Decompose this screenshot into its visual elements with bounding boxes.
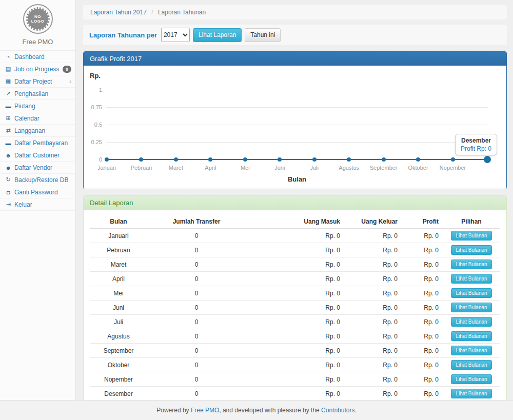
- data-point-april[interactable]: [208, 157, 212, 162]
- sidebar-item-piutang[interactable]: ▬Piutang: [0, 100, 75, 112]
- sidebar-item-backup-restore-db[interactable]: ↻Backup/Restore DB: [0, 174, 75, 186]
- sidebar-item-ganti-password[interactable]: ◘Ganti Password: [0, 186, 75, 198]
- cell-bulan: Januari: [90, 229, 147, 243]
- data-point-januari[interactable]: [105, 157, 109, 162]
- view-monthly-button-agustus[interactable]: Lihat Bulanan: [451, 331, 491, 341]
- y-tick-label: 1: [84, 87, 102, 93]
- footer: Powered by Free PMO, and developed with …: [0, 400, 513, 420]
- data-point-nopember[interactable]: [451, 157, 455, 162]
- column-header-pilihan: Pilihan: [443, 215, 500, 229]
- sidebar-item-job-on-progress[interactable]: ▤Job on Progress0: [0, 63, 75, 75]
- footer-link-contributors[interactable]: Contributors.: [321, 407, 357, 414]
- cell-pilihan: Lihat Bulanan: [443, 344, 500, 358]
- cell-uang-keluar: Rp. 0: [344, 272, 402, 286]
- sidebar-item-daftar-customer[interactable]: ☻Daftar Customer: [0, 149, 75, 162]
- chevron-left-icon: ‹: [69, 78, 71, 85]
- year-select[interactable]: 2017: [161, 28, 190, 42]
- data-point-maret[interactable]: [174, 157, 178, 162]
- cell-uang-keluar: Rp. 0: [344, 243, 402, 257]
- sidebar-item-dashboard[interactable]: ◔Dashboard: [0, 51, 75, 63]
- cell-profit: Rp. 0: [402, 315, 443, 329]
- chart-tooltip: Desember Profit Rp: 0: [455, 134, 497, 155]
- sidebar-item-daftar-project[interactable]: ▦Daftar Project‹: [0, 75, 75, 88]
- table-row-april: April0Rp. 0Rp. 0Rp. 0Lihat Bulanan: [90, 272, 500, 286]
- view-monthly-button-mei[interactable]: Lihat Bulanan: [451, 288, 491, 298]
- view-monthly-button-nopember[interactable]: Lihat Bulanan: [451, 374, 491, 384]
- data-point-september[interactable]: [382, 157, 386, 162]
- cell-uang-masuk: Rp. 0: [246, 286, 344, 301]
- cell-bulan: Mei: [90, 286, 147, 301]
- footer-link-freepmo[interactable]: Free PMO: [191, 407, 219, 414]
- sidebar-item-penghasilan[interactable]: ↗Penghasilan: [0, 88, 75, 100]
- view-monthly-button-maret[interactable]: Lihat Bulanan: [451, 259, 491, 269]
- sidebar-item-langganan[interactable]: ⇄Langganan: [0, 125, 75, 137]
- cell-pilihan: Lihat Bulanan: [443, 257, 500, 272]
- cell-uang-keluar: Rp. 0: [344, 229, 402, 243]
- cell-jumlah-transfer: 0: [147, 358, 246, 372]
- cell-pilihan: Lihat Bulanan: [443, 372, 500, 387]
- data-point-agustus[interactable]: [347, 157, 351, 162]
- chart-body: Rp. Desember Profit Rp: 0 Bulan 00.250.5…: [84, 66, 506, 189]
- view-monthly-button-desember[interactable]: Lihat Bulanan: [451, 389, 491, 398]
- cell-pilihan: Lihat Bulanan: [443, 329, 500, 344]
- data-point-desember[interactable]: [484, 156, 491, 163]
- job-count-badge: 0: [63, 66, 71, 73]
- cell-profit: Rp. 0: [402, 301, 443, 315]
- data-point-juni[interactable]: [278, 157, 282, 162]
- profit-chart-panel: Grafik Profit 2017 Rp. Desember Profit R…: [83, 51, 507, 189]
- table-row-maret: Maret0Rp. 0Rp. 0Rp. 0Lihat Bulanan: [90, 257, 500, 272]
- view-monthly-button-januari[interactable]: Lihat Bulanan: [451, 231, 491, 241]
- view-monthly-button-juni[interactable]: Lihat Bulanan: [451, 303, 491, 312]
- cell-jumlah-transfer: 0: [147, 315, 246, 329]
- y-tick-label: 0.5: [84, 122, 102, 128]
- sidebar-item-daftar-pembayaran[interactable]: ▬Daftar Pembayaran: [0, 137, 75, 149]
- this-year-button[interactable]: Tahun ini: [245, 28, 281, 42]
- cell-jumlah-transfer: 0: [147, 372, 246, 387]
- cell-uang-keluar: Rp. 0: [344, 286, 402, 301]
- view-monthly-button-oktober[interactable]: Lihat Bulanan: [451, 360, 491, 370]
- data-point-mei[interactable]: [243, 157, 247, 162]
- money-icon: ▬: [4, 140, 12, 146]
- dashboard-icon: ◔: [4, 54, 12, 60]
- chart-x-axis-label: Bulan: [106, 175, 488, 183]
- table-row-juni: Juni0Rp. 0Rp. 0Rp. 0Lihat Bulanan: [90, 301, 500, 315]
- cell-bulan: Desember: [90, 387, 147, 401]
- cell-uang-masuk: Rp. 0: [246, 329, 344, 344]
- cell-uang-keluar: Rp. 0: [344, 257, 402, 272]
- cell-profit: Rp. 0: [402, 229, 443, 243]
- cell-uang-masuk: Rp. 0: [246, 272, 344, 286]
- sidebar-item-label: Daftar Pembayaran: [14, 139, 68, 147]
- cell-jumlah-transfer: 0: [147, 272, 246, 286]
- cell-profit: Rp. 0: [402, 372, 443, 387]
- page: { "sidebar": { "logo": { "line1": "NO", …: [0, 0, 513, 420]
- cell-jumlah-transfer: 0: [147, 243, 246, 257]
- table-row-desember: Desember0Rp. 0Rp. 0Rp. 0Lihat Bulanan: [90, 387, 500, 401]
- cell-jumlah-transfer: 0: [147, 387, 246, 401]
- cell-bulan: Juni: [90, 301, 147, 315]
- cell-bulan: Juli: [90, 315, 147, 329]
- sidebar-item-calendar[interactable]: ⊞Calendar: [0, 112, 75, 125]
- cell-uang-keluar: Rp. 0: [344, 372, 402, 387]
- view-report-button[interactable]: Lihat Laporan: [193, 28, 242, 42]
- cell-uang-keluar: Rp. 0: [344, 344, 402, 358]
- table-row-mei: Mei0Rp. 0Rp. 0Rp. 0Lihat Bulanan: [90, 286, 500, 301]
- sidebar-item-daftar-vendor[interactable]: ☻Daftar Vendor: [0, 162, 75, 174]
- cell-pilihan: Lihat Bulanan: [443, 272, 500, 286]
- sidebar-item-keluar[interactable]: ⇥Keluar: [0, 198, 75, 211]
- view-monthly-button-april[interactable]: Lihat Bulanan: [451, 274, 491, 284]
- data-point-juli[interactable]: [312, 157, 317, 162]
- data-point-pebruari[interactable]: [139, 157, 143, 162]
- gridline: [106, 90, 488, 90]
- breadcrumb-link[interactable]: Laporan Tahun 2017: [90, 9, 147, 16]
- money-icon: ▬: [4, 103, 12, 109]
- data-point-oktober[interactable]: [416, 157, 420, 162]
- cell-jumlah-transfer: 0: [147, 301, 246, 315]
- view-monthly-button-pebruari[interactable]: Lihat Bulanan: [451, 245, 491, 255]
- view-monthly-button-juli[interactable]: Lihat Bulanan: [451, 317, 491, 327]
- cell-bulan: Pebruari: [90, 243, 147, 257]
- tooltip-value: Profit Rp: 0: [461, 145, 491, 152]
- cell-bulan: Oktober: [90, 358, 147, 372]
- view-monthly-button-september[interactable]: Lihat Bulanan: [451, 346, 491, 355]
- cell-uang-masuk: Rp. 0: [246, 301, 344, 315]
- detail-panel-title: Detail Laporan: [84, 196, 506, 210]
